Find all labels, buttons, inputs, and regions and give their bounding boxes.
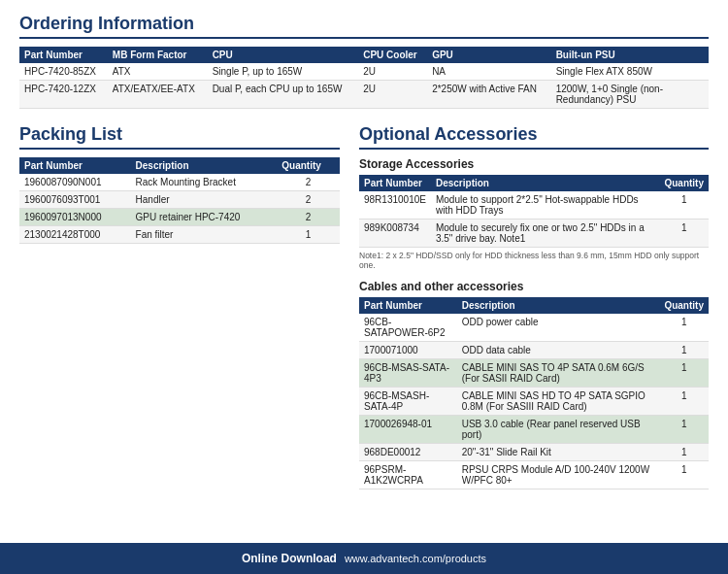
cables-cell: ODD data cable bbox=[457, 342, 660, 359]
ordering-col-header: CPU bbox=[208, 47, 359, 63]
packing-cell: 2130021428T000 bbox=[19, 226, 131, 244]
storage-col-header: Part Number bbox=[359, 175, 431, 191]
packing-cell: 1 bbox=[277, 226, 340, 244]
storage-cell: Module to support 2*2.5" Hot-swappable H… bbox=[431, 191, 659, 219]
packing-cell: 2 bbox=[277, 191, 340, 209]
table-row: 96CB-MSASH-SATA-4PCABLE MINI SAS HD TO 4… bbox=[359, 388, 709, 416]
cables-subtitle: Cables and other accessories bbox=[359, 280, 709, 293]
table-row: 1700071000ODD data cable1 bbox=[359, 342, 709, 359]
ordering-cell: ATX/EATX/EE-ATX bbox=[108, 81, 208, 109]
footer-label: Online Download bbox=[242, 552, 337, 565]
main-content: Ordering Information Part NumberMB Form … bbox=[0, 0, 728, 543]
cables-cell: ODD power cable bbox=[457, 314, 660, 342]
ordering-cell: 2U bbox=[358, 63, 427, 81]
ordering-cell: ATX bbox=[108, 63, 208, 81]
packing-cell: 2 bbox=[277, 174, 340, 191]
packing-cell: 1960087090N001 bbox=[19, 174, 131, 191]
two-column-layout: Packing List Part NumberDescriptionQuant… bbox=[19, 124, 709, 490]
table-row: 2130021428T000Fan filter1 bbox=[19, 226, 340, 244]
cables-cell: 1700071000 bbox=[359, 342, 457, 359]
ordering-cell: Dual P, each CPU up to 165W bbox=[208, 81, 359, 109]
ordering-col-header: Part Number bbox=[19, 47, 108, 63]
storage-col-header: Quantity bbox=[659, 175, 709, 191]
ordering-cell: 2*250W with Active FAN bbox=[427, 81, 551, 109]
ordering-section: Ordering Information Part NumberMB Form … bbox=[19, 14, 709, 109]
cables-cell: 96CB-SATAPOWER-6P2 bbox=[359, 314, 457, 342]
packing-col-header: Description bbox=[131, 157, 278, 174]
cables-cell: USB 3.0 cable (Rear panel reserved USB p… bbox=[457, 416, 660, 444]
storage-cell: 1 bbox=[659, 219, 709, 248]
storage-cell: Module to securely fix one or two 2.5" H… bbox=[431, 219, 659, 248]
packing-table: Part NumberDescriptionQuantity 196008709… bbox=[19, 157, 340, 244]
ordering-col-header: Built-un PSU bbox=[551, 47, 709, 63]
footer-bar: Online Download www.advantech.com/produc… bbox=[0, 543, 728, 574]
packing-cell: Fan filter bbox=[131, 226, 278, 244]
ordering-cell: HPC-7420-12ZX bbox=[19, 81, 108, 109]
ordering-cell: 2U bbox=[358, 81, 427, 109]
packing-cell: GPU retainer HPC-7420 bbox=[131, 209, 278, 226]
table-row: HPC-7420-12ZXATX/EATX/EE-ATXDual P, each… bbox=[19, 81, 709, 109]
cables-cell: 96CB-MSAS-SATA-4P3 bbox=[359, 359, 457, 388]
cables-table: Part NumberDescriptionQuantity 96CB-SATA… bbox=[359, 297, 709, 490]
packing-title: Packing List bbox=[19, 124, 340, 150]
cables-cell: 1 bbox=[659, 416, 709, 444]
packing-cell: 2 bbox=[277, 209, 340, 226]
table-row: 989K008734Module to securely fix one or … bbox=[359, 219, 709, 248]
ordering-cell: HPC-7420-85ZX bbox=[19, 63, 108, 81]
cables-cell: 1 bbox=[659, 359, 709, 388]
table-row: 1960087090N001Rack Mounting Bracket2 bbox=[19, 174, 340, 191]
ordering-col-header: MB Form Factor bbox=[108, 47, 208, 63]
cables-cell: 1 bbox=[659, 388, 709, 416]
storage-note: Note1: 2 x 2.5" HDD/SSD only for HDD thi… bbox=[359, 251, 709, 270]
packing-col-header: Quantity bbox=[277, 157, 340, 174]
cables-cell: 968DE00012 bbox=[359, 444, 457, 461]
cables-cell: 1 bbox=[659, 342, 709, 359]
table-row: 96CB-MSAS-SATA-4P3CABLE MINI SAS TO 4P S… bbox=[359, 359, 709, 388]
cables-cell: 96PSRM-A1K2WCRPA bbox=[359, 461, 457, 490]
storage-subtitle: Storage Accessories bbox=[359, 157, 709, 171]
ordering-cell: 1200W, 1+0 Single (non-Redundancy) PSU bbox=[551, 81, 709, 109]
optional-section: Optional Accessories Storage Accessories… bbox=[359, 124, 709, 490]
ordering-col-header: GPU bbox=[427, 47, 551, 63]
ordering-cell: Single P, up to 165W bbox=[208, 63, 359, 81]
ordering-col-header: CPU Cooler bbox=[358, 47, 427, 63]
packing-cell: Handler bbox=[131, 191, 278, 209]
table-row: 96CB-SATAPOWER-6P2ODD power cable1 bbox=[359, 314, 709, 342]
storage-cell: 989K008734 bbox=[359, 219, 431, 248]
packing-cell: 1960076093T001 bbox=[19, 191, 131, 209]
cables-col-header: Part Number bbox=[359, 297, 457, 314]
cables-cell: CABLE MINI SAS TO 4P SATA 0.6M 6G/S (For… bbox=[457, 359, 660, 388]
table-row: 1960097013N000GPU retainer HPC-74202 bbox=[19, 209, 340, 226]
ordering-table: Part NumberMB Form FactorCPUCPU CoolerGP… bbox=[19, 47, 709, 109]
storage-cell: 1 bbox=[659, 191, 709, 219]
cables-cell: 96CB-MSASH-SATA-4P bbox=[359, 388, 457, 416]
ordering-title: Ordering Information bbox=[19, 14, 709, 39]
cables-cell: 1700026948-01 bbox=[359, 416, 457, 444]
cables-cell: 1 bbox=[659, 444, 709, 461]
table-row: 1960076093T001Handler2 bbox=[19, 191, 340, 209]
ordering-cell: Single Flex ATX 850W bbox=[551, 63, 709, 81]
cables-cell: 1 bbox=[659, 314, 709, 342]
cables-cell: 1 bbox=[659, 461, 709, 490]
page: Ordering Information Part NumberMB Form … bbox=[0, 0, 728, 574]
storage-table: Part NumberDescriptionQuantity 98R131001… bbox=[359, 175, 709, 248]
footer-url: www.advantech.com/products bbox=[345, 553, 486, 564]
packing-section: Packing List Part NumberDescriptionQuant… bbox=[19, 124, 340, 490]
storage-col-header: Description bbox=[431, 175, 659, 191]
packing-col-header: Part Number bbox=[19, 157, 131, 174]
optional-title: Optional Accessories bbox=[359, 124, 709, 150]
cables-cell: CABLE MINI SAS HD TO 4P SATA SGPIO 0.8M … bbox=[457, 388, 660, 416]
cables-col-header: Quantity bbox=[659, 297, 709, 314]
packing-cell: 1960097013N000 bbox=[19, 209, 131, 226]
ordering-cell: NA bbox=[427, 63, 551, 81]
packing-cell: Rack Mounting Bracket bbox=[131, 174, 278, 191]
storage-cell: 98R1310010E bbox=[359, 191, 431, 219]
cables-cell: RPSU CRPS Module A/D 100-240V 1200W W/PF… bbox=[457, 461, 660, 490]
table-row: 1700026948-01USB 3.0 cable (Rear panel r… bbox=[359, 416, 709, 444]
table-row: HPC-7420-85ZXATXSingle P, up to 165W2UNA… bbox=[19, 63, 709, 81]
table-row: 968DE0001220"-31" Slide Rail Kit1 bbox=[359, 444, 709, 461]
table-row: 96PSRM-A1K2WCRPARPSU CRPS Module A/D 100… bbox=[359, 461, 709, 490]
table-row: 98R1310010EModule to support 2*2.5" Hot-… bbox=[359, 191, 709, 219]
cables-col-header: Description bbox=[457, 297, 660, 314]
cables-cell: 20"-31" Slide Rail Kit bbox=[457, 444, 660, 461]
